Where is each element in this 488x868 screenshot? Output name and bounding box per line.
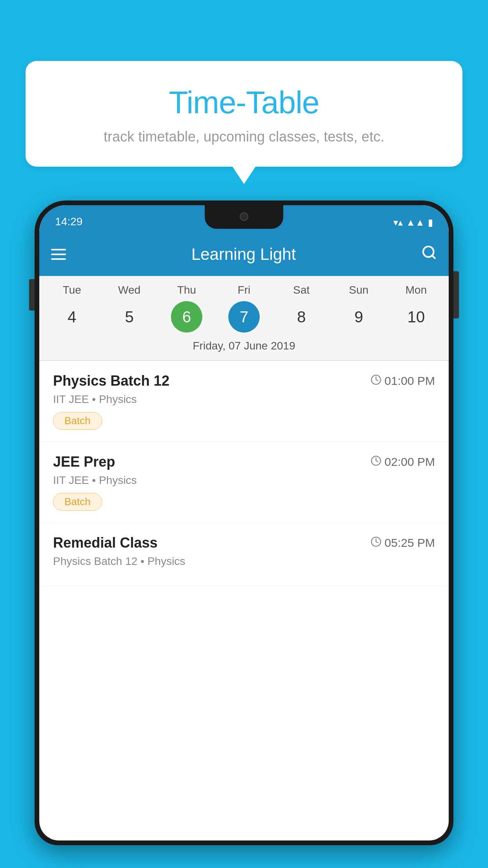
app-bar: Learning Light xyxy=(39,233,449,276)
day-number[interactable]: 5 xyxy=(114,301,145,333)
calendar-strip: Tue4Wed5Thu6Fri7Sat8Sun9Mon10 Friday, 07… xyxy=(39,276,449,360)
day-col-fri[interactable]: Fri7 xyxy=(220,284,268,333)
camera-dot xyxy=(240,212,248,221)
day-number[interactable]: 9 xyxy=(343,301,374,333)
time-text: 05:25 PM xyxy=(385,536,435,550)
search-button[interactable] xyxy=(421,245,437,264)
schedule-item-title: Physics Batch 12 xyxy=(53,373,169,389)
status-icons: ▾▴ ▲▲ ▮ xyxy=(393,217,433,228)
day-name: Thu xyxy=(177,284,196,296)
day-col-sat[interactable]: Sat8 xyxy=(278,284,325,333)
day-col-tue[interactable]: Tue4 xyxy=(48,284,95,333)
time-text: 01:00 PM xyxy=(385,374,435,388)
day-col-sun[interactable]: Sun9 xyxy=(335,284,382,333)
clock-icon xyxy=(371,455,382,469)
signal-icon: ▲▲ xyxy=(406,217,425,228)
days-row: Tue4Wed5Thu6Fri7Sat8Sun9Mon10 xyxy=(39,284,449,337)
svg-line-1 xyxy=(432,256,435,258)
schedule-item-time: 02:00 PM xyxy=(371,455,435,469)
speech-bubble-container: Time-Table track timetable, upcoming cla… xyxy=(26,61,462,167)
day-number[interactable]: 6 xyxy=(171,301,202,333)
day-number[interactable]: 4 xyxy=(56,301,88,333)
schedule-item-sub: IIT JEE • Physics xyxy=(53,474,435,487)
schedule-item-header: Remedial Class 05:25 PM xyxy=(53,535,435,551)
schedule-item[interactable]: Remedial Class 05:25 PM Physics Batch 12… xyxy=(39,523,449,586)
app-title: Learning Light xyxy=(78,245,409,264)
schedule-item[interactable]: Physics Batch 12 01:00 PM IIT JEE • Phys… xyxy=(39,361,449,442)
schedule-item-time: 01:00 PM xyxy=(371,374,435,388)
day-name: Mon xyxy=(405,284,427,296)
day-col-mon[interactable]: Mon10 xyxy=(393,284,440,333)
day-name: Sat xyxy=(293,284,310,296)
status-time: 14:29 xyxy=(55,215,83,228)
phone-outer: 14:29 ▾▴ ▲▲ ▮ Learning Light xyxy=(35,200,453,845)
schedule-item[interactable]: JEE Prep 02:00 PM IIT JEE • Physics Batc… xyxy=(39,442,449,523)
schedule-item-sub: Physics Batch 12 • Physics xyxy=(53,555,435,568)
bubble-title: Time-Table xyxy=(41,85,447,121)
day-col-thu[interactable]: Thu6 xyxy=(163,284,210,333)
phone-mockup: 14:29 ▾▴ ▲▲ ▮ Learning Light xyxy=(35,200,453,868)
schedule-item-sub: IIT JEE • Physics xyxy=(53,393,435,406)
schedule-item-title: Remedial Class xyxy=(53,535,158,551)
batch-tag: Batch xyxy=(53,412,102,430)
schedule-item-title: JEE Prep xyxy=(53,454,115,470)
day-number[interactable]: 7 xyxy=(228,301,260,333)
day-name: Tue xyxy=(62,284,81,296)
day-col-wed[interactable]: Wed5 xyxy=(106,284,153,333)
day-number[interactable]: 8 xyxy=(286,301,317,333)
schedule-item-header: Physics Batch 12 01:00 PM xyxy=(53,373,435,389)
wifi-icon: ▾▴ xyxy=(393,217,403,228)
battery-icon: ▮ xyxy=(428,217,433,228)
selected-date-label: Friday, 07 June 2019 xyxy=(39,337,449,360)
batch-tag: Batch xyxy=(53,493,102,511)
day-name: Sun xyxy=(349,284,369,296)
day-number[interactable]: 10 xyxy=(400,301,432,333)
schedule-list: Physics Batch 12 01:00 PM IIT JEE • Phys… xyxy=(39,361,449,586)
hamburger-menu-button[interactable] xyxy=(51,249,66,260)
speech-bubble: Time-Table track timetable, upcoming cla… xyxy=(26,61,462,167)
schedule-item-time: 05:25 PM xyxy=(371,536,435,550)
day-name: Wed xyxy=(118,284,140,296)
phone-inner: 14:29 ▾▴ ▲▲ ▮ Learning Light xyxy=(39,205,449,840)
schedule-item-header: JEE Prep 02:00 PM xyxy=(53,454,435,470)
clock-icon xyxy=(371,536,382,550)
day-name: Fri xyxy=(238,284,251,296)
phone-notch xyxy=(205,205,283,229)
bubble-subtitle: track timetable, upcoming classes, tests… xyxy=(41,129,447,145)
clock-icon xyxy=(371,374,382,388)
time-text: 02:00 PM xyxy=(385,455,435,469)
